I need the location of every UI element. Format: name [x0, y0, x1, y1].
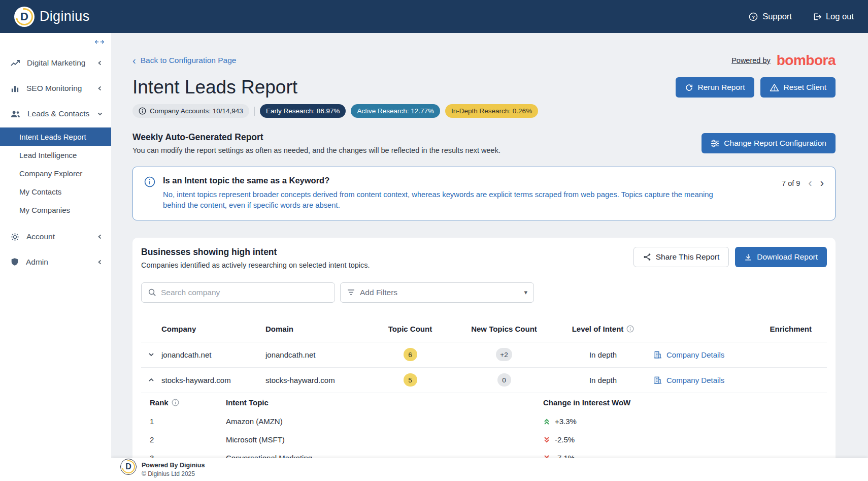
sidebar-item-admin[interactable]: Admin [0, 249, 111, 275]
diginius-logo-icon: D [14, 7, 35, 27]
cell-topic: Microsoft (MSFT) [226, 435, 543, 444]
intent-tip-card: Is an Intent topic the same as a Keyword… [132, 167, 836, 220]
diginius-logo-icon: D [120, 459, 137, 475]
topic-row: 1 Amazon (AMZN) +3.3% [150, 412, 827, 431]
change-config-label: Change Report Configuration [724, 139, 826, 148]
topic-count-badge: 5 [404, 373, 417, 387]
info-icon [144, 176, 155, 187]
back-to-configuration-link[interactable]: ‹ Back to Configuration Page [132, 55, 236, 66]
powered-by-label[interactable]: Powered by [731, 56, 771, 65]
sidebar: Digital Marketing SEO Monitoring [0, 33, 111, 481]
sliders-icon [711, 140, 719, 147]
brand-name: Diginius [40, 9, 89, 24]
back-link-label: Back to Configuration Page [141, 56, 237, 65]
logout-link[interactable]: Log out [812, 12, 854, 21]
chevron-left-icon [97, 259, 103, 265]
cell-company: jonandcath.net [161, 350, 265, 359]
reset-client-button[interactable]: Reset Client [760, 77, 836, 98]
rerun-label: Rerun Report [698, 83, 745, 92]
trend-icon [10, 58, 20, 68]
col-enrichment: Enrichment [641, 325, 827, 333]
topic-row: 2 Microsoft (MSFT) -2.5% [150, 431, 827, 449]
company-accounts-label: Company Accounts: 10/14,943 [150, 107, 243, 115]
chevron-up-icon [148, 376, 155, 383]
chevron-left-icon: ‹ [132, 55, 136, 66]
expanded-topics-panel: Rank Intent Topic Change in Interest WoW… [141, 393, 827, 467]
main-area: ‹ Back to Configuration Page Powered by … [111, 33, 868, 481]
cell-domain: jonandcath.net [265, 350, 377, 359]
cell-intent: In depth [565, 350, 641, 359]
subtable-header: Rank Intent Topic Change in Interest WoW [150, 393, 827, 412]
sidebar-item-label: Leads & Contacts [27, 109, 89, 118]
info-icon[interactable] [172, 399, 179, 406]
sidebar-item-digital-marketing[interactable]: Digital Marketing [0, 50, 111, 76]
sidebar-item-my-contacts[interactable]: My Contacts [0, 182, 111, 201]
new-topics-badge: 0 [497, 373, 511, 387]
tip-question: Is an Intent topic the same as a Keyword… [163, 176, 774, 185]
col-intent-topic: Intent Topic [226, 398, 543, 407]
cell-change: -2.5% [555, 435, 575, 444]
sidebar-item-label: SEO Monitoring [26, 84, 82, 93]
svg-text:?: ? [752, 14, 755, 19]
search-company-input[interactable] [161, 288, 328, 297]
sidebar-item-my-companies[interactable]: My Companies [0, 201, 111, 219]
collapse-sidebar-button[interactable] [95, 39, 104, 45]
sidebar-item-leads-contacts[interactable]: Leads & Contacts [0, 101, 111, 126]
tip-next-button[interactable]: › [820, 178, 824, 189]
table-row: stocks-hayward.com stocks-hayward.com 5 … [141, 368, 827, 393]
tip-prev-button[interactable]: ‹ [808, 178, 812, 189]
reset-label: Reset Client [784, 83, 826, 92]
add-filters-select[interactable]: Add Filters ▾ [340, 282, 534, 303]
info-icon [139, 107, 146, 115]
logout-label: Log out [826, 12, 854, 21]
support-link[interactable]: ? Support [749, 12, 792, 21]
double-chevron-up-icon [543, 418, 550, 426]
high-intent-card: Businesses showing high intent Companies… [132, 238, 836, 481]
people-icon [10, 109, 21, 118]
company-details-link[interactable]: Company Details [641, 350, 724, 359]
col-domain: Domain [265, 325, 377, 333]
collapse-sidebar-icon [95, 39, 104, 45]
warning-icon [770, 83, 779, 92]
search-icon [148, 288, 156, 297]
expand-row-button[interactable] [141, 351, 161, 358]
sidebar-item-account[interactable]: Account [0, 224, 111, 249]
sidebar-nav: Digital Marketing SEO Monitoring [0, 33, 111, 275]
info-icon[interactable] [626, 325, 634, 333]
add-filters-label: Add Filters [360, 288, 397, 297]
search-company-box [141, 282, 335, 303]
cell-intent: In depth [565, 376, 641, 384]
sidebar-subitem-label: My Companies [19, 206, 70, 214]
sidebar-item-label: Digital Marketing [27, 58, 85, 68]
sidebar-subitem-label: My Contacts [19, 187, 61, 196]
footer-copyright: © Diginius Ltd 2025 [142, 470, 205, 477]
sidebar-subitem-label: Lead Intelligence [19, 151, 77, 159]
sidebar-item-lead-intelligence[interactable]: Lead Intelligence [0, 146, 111, 164]
powered-by-bombora: Powered by bombora [731, 52, 836, 69]
divider [254, 107, 255, 116]
chevron-down-icon [97, 111, 103, 117]
card-subtitle: Companies identified as actively researc… [141, 261, 370, 269]
rerun-report-button[interactable]: Rerun Report [676, 77, 754, 98]
collapse-row-button[interactable] [141, 376, 161, 383]
bombora-logo: bombora [777, 52, 836, 69]
sidebar-subitem-label: Company Explorer [19, 169, 82, 178]
cell-rank: 1 [150, 417, 226, 426]
change-report-configuration-button[interactable]: Change Report Configuration [702, 133, 836, 153]
tip-pager: 7 of 9 ‹ › [782, 178, 824, 189]
share-label: Share This Report [656, 252, 720, 262]
research-stats: Company Accounts: 10/14,943 Early Resear… [132, 104, 836, 118]
cell-topic: Amazon (AMZN) [226, 417, 543, 426]
bar-chart-icon [10, 84, 20, 93]
sidebar-item-seo-monitoring[interactable]: SEO Monitoring [0, 76, 111, 101]
weekly-report-title: Weekly Auto-Generated Report [132, 132, 500, 143]
share-report-button[interactable]: Share This Report [633, 247, 729, 267]
topbar-actions: ? Support Log out [749, 12, 854, 21]
company-details-link[interactable]: Company Details [641, 376, 724, 384]
sidebar-item-company-explorer[interactable]: Company Explorer [0, 164, 111, 182]
app: D Diginius ? Support Log out [0, 0, 868, 481]
logout-icon [812, 12, 821, 21]
sidebar-item-intent-leads-report[interactable]: Intent Leads Report [0, 127, 111, 146]
download-report-button[interactable]: Download Report [735, 247, 827, 267]
cell-domain: stocks-hayward.com [265, 376, 377, 384]
